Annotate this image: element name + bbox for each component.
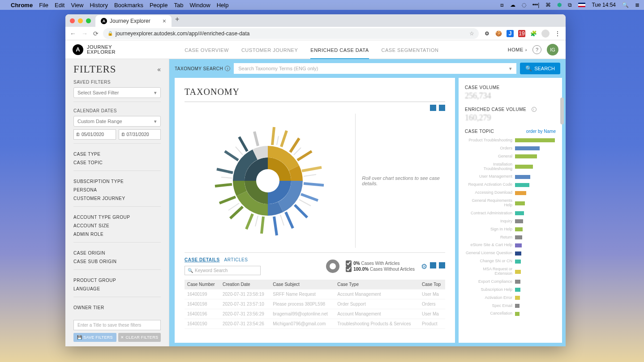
- saved-filters-select[interactable]: Select Saved Filter: [73, 87, 161, 98]
- export-chart-icon[interactable]: [439, 105, 445, 111]
- expand-table-icon[interactable]: [430, 262, 436, 268]
- menubar-clock[interactable]: Tue 14:54: [592, 2, 616, 8]
- extension-icon-1[interactable]: ⚙︎: [483, 30, 490, 37]
- scrollbar[interactable]: [560, 96, 564, 344]
- filter-account-type-group[interactable]: ACCOUNT TYPE GROUP: [73, 213, 161, 221]
- help-button[interactable]: ?: [532, 45, 541, 54]
- window-fullscreen-button[interactable]: [86, 18, 91, 23]
- extension-icon-jira[interactable]: J: [507, 30, 514, 37]
- topic-bar-row[interactable]: Export Compliance: [465, 280, 556, 284]
- filter-subscription-type[interactable]: SUBSCRIPTION TYPE: [73, 177, 161, 186]
- menu-history[interactable]: History: [90, 2, 107, 9]
- info-icon[interactable]: i: [532, 107, 537, 112]
- topic-bar-row[interactable]: Sign In Help: [465, 227, 556, 232]
- keyword-search-input[interactable]: 🔍Keyword Search: [185, 266, 261, 275]
- topic-bar-row[interactable]: General License Question: [465, 251, 556, 256]
- table-row[interactable]: 164001902020-07-31 23:54:26Michigan0796@…: [185, 319, 445, 329]
- nav-back-button[interactable]: ←: [70, 30, 76, 37]
- menu-window[interactable]: Window: [189, 2, 210, 9]
- table-header[interactable]: Case Top: [419, 280, 445, 290]
- dropbox-icon[interactable]: ⧈: [500, 2, 504, 8]
- browser-tab[interactable]: A Journey Explorer ×: [95, 15, 172, 27]
- cloud-sync-icon[interactable]: ☁︎: [510, 2, 515, 8]
- topic-bar-row[interactable]: Activation Error: [465, 296, 556, 300]
- topic-bar-row[interactable]: Request Activation Code: [465, 183, 556, 187]
- topic-bar-row[interactable]: Orders: [465, 146, 556, 151]
- nav-enriched-case-data[interactable]: ENRICHED CASE DATA: [310, 41, 369, 60]
- filter-case-sub-origin[interactable]: CASE SUB ORIGIN: [73, 257, 161, 266]
- menu-view[interactable]: View: [71, 2, 83, 9]
- taxonomy-search-input[interactable]: Search Taxonomy Terms (ENG only): [234, 63, 516, 74]
- extension-icon-2[interactable]: 🍪: [495, 30, 502, 37]
- expand-chart-icon[interactable]: [430, 105, 436, 111]
- table-header[interactable]: Case Subject: [270, 280, 335, 290]
- cb-with-articles[interactable]: [346, 260, 352, 266]
- topic-bar-row[interactable]: Change SN or CN: [465, 259, 556, 264]
- filter-case-topic[interactable]: CASE TOPIC: [73, 158, 161, 167]
- info-icon[interactable]: i: [225, 66, 230, 71]
- topic-bar-row[interactable]: Cancellation: [465, 311, 556, 316]
- date-range-select[interactable]: Custom Date Range: [73, 116, 161, 127]
- nav-case-segmentation[interactable]: CASE SEGMENTATION: [382, 41, 439, 58]
- nav-case-overview[interactable]: CASE OVERVIEW: [185, 41, 229, 58]
- menu-file[interactable]: File: [39, 2, 48, 9]
- filter-persona[interactable]: PERSONA: [73, 186, 161, 194]
- topic-bar-row[interactable]: General: [465, 154, 556, 159]
- status-icon[interactable]: ◌: [522, 2, 526, 8]
- menu-help[interactable]: Help: [217, 2, 229, 9]
- extension-icon-cal[interactable]: 19: [518, 30, 525, 37]
- extensions-puzzle-icon[interactable]: 🧩: [530, 30, 537, 37]
- menu-tab[interactable]: Tab: [174, 2, 183, 9]
- breadcrumb-home[interactable]: HOME ›: [508, 47, 527, 52]
- table-header[interactable]: Case Number: [185, 280, 220, 290]
- save-filters-button[interactable]: 💾SAVE FILTERS: [73, 333, 116, 342]
- topic-bar-row[interactable]: Installation Troubleshooting: [465, 162, 556, 171]
- date-from-input[interactable]: 🗓05/01/2020: [73, 129, 116, 140]
- topic-bar-row[interactable]: Inquiry: [465, 219, 556, 224]
- filter-admin-role[interactable]: ADMIN ROLE: [73, 230, 161, 238]
- spotlight-icon[interactable]: 🔍: [622, 2, 629, 8]
- control-center-icon[interactable]: ≣: [635, 2, 640, 8]
- user-avatar[interactable]: IG: [547, 44, 558, 55]
- topic-bar-row[interactable]: Spec Email: [465, 304, 556, 308]
- table-header[interactable]: Creation Date: [220, 280, 270, 290]
- browser-menu-button[interactable]: ⋮: [554, 30, 561, 37]
- topic-bar-row[interactable]: Accessing Download: [465, 191, 556, 195]
- wifi-icon[interactable]: ⧉: [568, 2, 572, 8]
- filter-customer-journey[interactable]: CUSTOMER JOURNEY: [73, 194, 161, 203]
- address-bar[interactable]: 🔒 journeyexplorer.autodesk.com/app/#/enr…: [103, 28, 479, 39]
- sunburst-chart[interactable]: [185, 114, 351, 248]
- filter-case-origin[interactable]: CASE ORIGIN: [73, 249, 161, 257]
- filter-owner-tier[interactable]: OWNER TIER: [73, 303, 161, 312]
- bookmark-star-icon[interactable]: ☆: [469, 30, 474, 37]
- filter-language[interactable]: LANGUAGE: [73, 285, 161, 293]
- menu-app-name[interactable]: Chrome: [11, 2, 33, 9]
- topic-bar-row[interactable]: Subscription Help: [465, 288, 556, 292]
- export-table-icon[interactable]: [439, 262, 445, 268]
- input-source-flag-icon[interactable]: [578, 3, 585, 7]
- date-to-input[interactable]: 🗓07/31/2020: [119, 129, 161, 140]
- profile-avatar-icon[interactable]: [541, 30, 550, 38]
- tab-case-details[interactable]: CASE DETAILS: [185, 257, 220, 262]
- topic-bar-row[interactable]: Return: [465, 235, 556, 240]
- window-close-button[interactable]: [70, 18, 75, 23]
- taxonomy-search-button[interactable]: 🔍SEARCH: [520, 63, 560, 74]
- collapse-sidebar-button[interactable]: «: [157, 66, 161, 73]
- status-dots-icon[interactable]: •••|: [532, 2, 540, 8]
- filter-case-type[interactable]: CASE TYPE: [73, 150, 161, 158]
- tab-articles[interactable]: ARTICLES: [224, 257, 248, 262]
- nav-customer-journey[interactable]: CUSTOMER JOURNEY: [241, 41, 298, 58]
- topic-bar-row[interactable]: General Requirements Help: [465, 199, 556, 208]
- clear-filters-button[interactable]: ✕CLEAR FILTERS: [118, 333, 161, 342]
- menu-people[interactable]: People: [150, 2, 167, 9]
- topic-bar-row[interactable]: eStore Site & Cart Help: [465, 243, 556, 247]
- topic-bar-row[interactable]: User Management: [465, 175, 556, 179]
- window-minimize-button[interactable]: [78, 18, 83, 23]
- status-icon-2[interactable]: ⌘: [545, 2, 551, 8]
- filter-product-group[interactable]: PRODUCT GROUP: [73, 276, 161, 285]
- tab-close-button[interactable]: ×: [163, 17, 166, 25]
- status-icon-3[interactable]: ⬢: [557, 2, 562, 8]
- topic-bar-row[interactable]: Contract Administration: [465, 211, 556, 216]
- nav-reload-button[interactable]: ⟳: [93, 30, 99, 37]
- table-row[interactable]: 164001962020-07-31 23:56:29bragemail99@o…: [185, 309, 445, 319]
